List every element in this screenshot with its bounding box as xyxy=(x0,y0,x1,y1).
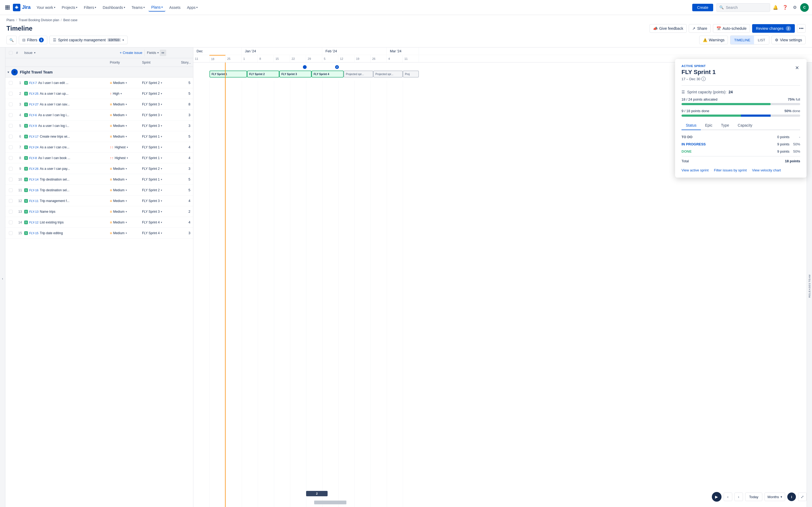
row-sprint[interactable]: FLY Sprint 4 ▾ xyxy=(142,221,177,224)
row-checkbox[interactable] xyxy=(5,221,16,224)
row-priority[interactable]: ≡ Medium ▾ xyxy=(110,167,142,171)
help-icon[interactable]: ❓ xyxy=(781,3,790,12)
sprint-bar-2[interactable]: FLY Sprint 2 xyxy=(247,70,279,77)
row-priority[interactable]: ↑ High ▾ xyxy=(110,92,142,96)
row-sprint[interactable]: FLY Sprint 3 ▾ xyxy=(142,199,177,203)
row-checkbox[interactable] xyxy=(5,92,16,96)
issue-link[interactable]: FLY-13 xyxy=(29,210,38,213)
milestone-dot-1[interactable] xyxy=(303,65,307,69)
row-priority[interactable]: ≡ Medium ▾ xyxy=(110,113,142,117)
create-button[interactable]: Create xyxy=(692,4,713,11)
row-checkbox[interactable] xyxy=(5,113,16,117)
info-button[interactable]: i xyxy=(787,493,796,501)
priority-dropdown-icon[interactable]: ▾ xyxy=(126,200,127,202)
dashboards-menu[interactable]: Dashboards ▾ xyxy=(100,4,128,11)
priority-dropdown-icon[interactable]: ▾ xyxy=(126,124,127,127)
row-priority[interactable]: ≡ Medium ▾ xyxy=(110,177,142,182)
plans-menu[interactable]: Plans ▾ xyxy=(149,3,165,11)
view-active-sprint-link[interactable]: View active sprint xyxy=(681,168,709,172)
popup-close-button[interactable]: ✕ xyxy=(794,64,800,71)
issue-link[interactable]: FLY-8 xyxy=(29,156,37,160)
row-sprint[interactable]: FLY Sprint 2 ▾ xyxy=(142,81,177,85)
tab-status[interactable]: Status xyxy=(681,121,701,130)
issue-link[interactable]: FLY-12 xyxy=(29,221,38,224)
row-checkbox[interactable] xyxy=(5,231,16,235)
issue-link[interactable]: FLY-25 xyxy=(29,92,38,95)
select-all-checkbox[interactable] xyxy=(5,51,16,55)
row-checkbox[interactable] xyxy=(5,135,16,138)
issue-col-header[interactable]: Issue ▾ xyxy=(24,51,118,55)
expand-button[interactable]: ⤢ xyxy=(798,493,807,501)
sprint-dropdown-icon[interactable]: ▾ xyxy=(161,146,162,149)
tab-epic[interactable]: Epic xyxy=(701,121,717,129)
row-checkbox[interactable] xyxy=(5,178,16,181)
row-checkbox[interactable] xyxy=(5,199,16,203)
filters-menu[interactable]: Filters ▾ xyxy=(81,4,99,11)
notifications-icon[interactable]: 🔔 xyxy=(771,3,780,12)
sprint-dropdown-icon[interactable]: ▾ xyxy=(161,167,162,170)
milestone-dot-2[interactable]: 2 xyxy=(335,65,339,69)
sprint-dropdown-icon[interactable]: ▾ xyxy=(161,200,162,202)
row-sprint[interactable]: FLY Sprint 4 ▾ xyxy=(142,231,177,235)
assets-menu[interactable]: Assets xyxy=(166,4,183,11)
priority-dropdown-icon[interactable]: ▾ xyxy=(127,146,128,149)
apps-menu[interactable]: Apps ▾ xyxy=(184,4,200,11)
search-bar[interactable]: 🔍 Search xyxy=(716,3,770,12)
row-sprint[interactable]: FLY Sprint 3 ▾ xyxy=(142,103,177,106)
search-issues-box[interactable]: 🔍 xyxy=(6,36,17,44)
sprint-dropdown-icon[interactable]: ▾ xyxy=(161,92,162,95)
issue-link[interactable]: FLY-7 xyxy=(29,81,37,84)
row-priority[interactable]: ≡ Medium ▾ xyxy=(110,231,142,235)
timeline-toggle[interactable]: TIMELINE xyxy=(730,36,754,44)
row-priority[interactable]: ↑↑ Highest ▾ xyxy=(110,156,142,160)
today-button[interactable]: Today xyxy=(745,493,763,501)
teams-menu[interactable]: Teams ▾ xyxy=(129,4,147,11)
prev-button[interactable]: ‹ xyxy=(724,493,732,501)
row-priority[interactable]: ≡ Medium ▾ xyxy=(110,102,142,107)
avatar[interactable]: C xyxy=(800,3,809,12)
issue-link[interactable]: FLY-27 xyxy=(29,103,38,106)
row-checkbox[interactable] xyxy=(5,156,16,160)
priority-dropdown-icon[interactable]: ▾ xyxy=(126,178,127,181)
issue-link[interactable]: FLY-24 xyxy=(29,146,38,149)
row-sprint[interactable]: FLY Sprint 1 ▾ xyxy=(142,156,177,160)
sprint-dropdown-icon[interactable]: ▾ xyxy=(161,210,162,213)
row-sprint[interactable]: FLY Sprint 2 ▾ xyxy=(142,167,177,171)
issue-link[interactable]: FLY-16 xyxy=(29,188,38,192)
jira-logo[interactable]: Jira xyxy=(13,4,31,11)
issue-link[interactable]: FLY-11 xyxy=(29,199,38,203)
row-checkbox[interactable] xyxy=(5,188,16,192)
sprint-dropdown-icon[interactable]: ▾ xyxy=(161,103,162,106)
row-sprint[interactable]: FLY Sprint 3 ▾ xyxy=(142,210,177,214)
issue-link[interactable]: FLY-17 xyxy=(29,135,38,138)
filter-issues-link[interactable]: Filter issues by sprint xyxy=(714,168,747,172)
row-checkbox[interactable] xyxy=(5,124,16,128)
breadcrumb-division[interactable]: Travel Booking Division plan xyxy=(18,18,59,22)
list-toggle[interactable]: LIST xyxy=(754,36,769,44)
issue-link[interactable]: FLY-26 xyxy=(29,167,38,170)
sidebar-toggle[interactable]: ‹ xyxy=(0,48,5,507)
view-velocity-chart-link[interactable]: View velocity chart xyxy=(752,168,781,172)
priority-dropdown-icon[interactable]: ▾ xyxy=(126,210,127,213)
row-priority[interactable]: ↑↑ Highest ▾ xyxy=(110,145,142,150)
row-priority[interactable]: ≡ Medium ▾ xyxy=(110,134,142,139)
months-selector[interactable]: Months ▾ xyxy=(764,493,785,501)
sprint-dropdown-icon[interactable]: ▾ xyxy=(161,135,162,138)
priority-dropdown-icon[interactable]: ▾ xyxy=(126,221,127,224)
row-checkbox[interactable] xyxy=(5,146,16,149)
priority-dropdown-icon[interactable]: ▾ xyxy=(126,114,127,116)
row-sprint[interactable]: FLY Sprint 3 ▾ xyxy=(142,124,177,128)
sprint-capacity-button[interactable]: ☰ Sprint capacity management EDITED ▾ xyxy=(49,36,128,44)
issue-link[interactable]: FLY-15 xyxy=(29,231,38,235)
row-priority[interactable]: ≡ Medium ▾ xyxy=(110,124,142,128)
row-priority[interactable]: ≡ Medium ▾ xyxy=(110,210,142,214)
auto-schedule-button[interactable]: 📅 Auto-schedule xyxy=(713,24,750,33)
sprint-dropdown-icon[interactable]: ▾ xyxy=(161,232,162,234)
row-sprint[interactable]: FLY Sprint 1 ▾ xyxy=(142,146,177,149)
breadcrumb-plans[interactable]: Plans xyxy=(6,18,14,22)
review-changes-button[interactable]: Review changes 2 xyxy=(752,24,795,33)
row-checkbox[interactable] xyxy=(5,81,16,85)
grid-icon[interactable] xyxy=(3,3,12,12)
view-settings-button[interactable]: ⚙ View settings xyxy=(771,36,806,44)
row-checkbox[interactable] xyxy=(5,210,16,214)
